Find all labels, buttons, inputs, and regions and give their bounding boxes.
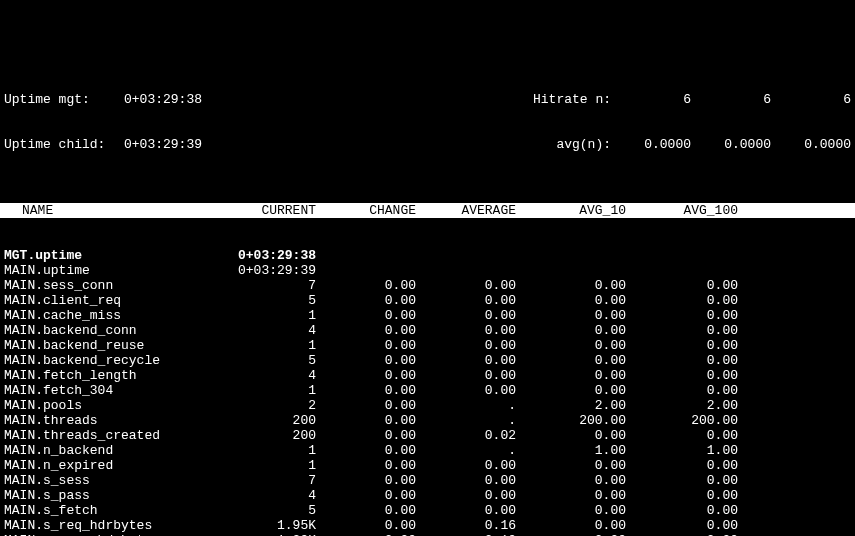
table-row[interactable]: MAIN.threads2000.00.200.00200.00 <box>4 413 851 428</box>
cell-current: 1 <box>234 458 316 473</box>
top-status-bar: Uptime mgt: 0+03:29:38 Hitrate n: 6 6 6 … <box>0 60 855 167</box>
table-row[interactable]: MAIN.sess_conn70.000.000.000.00 <box>4 278 851 293</box>
cell-avg10: 0.00 <box>516 278 626 293</box>
cell-average: 0.00 <box>416 383 516 398</box>
cell-average <box>416 248 516 263</box>
table-row[interactable]: MAIN.s_req_hdrbytes1.95K0.000.160.000.00 <box>4 518 851 533</box>
table-row[interactable]: MAIN.cache_miss10.000.000.000.00 <box>4 308 851 323</box>
cell-avg100 <box>626 263 738 278</box>
cell-avg100: 0.00 <box>626 278 738 293</box>
cell-avg10 <box>516 263 626 278</box>
counter-name: MAIN.backend_conn <box>4 323 234 338</box>
avgn-label: avg(n): <box>511 137 611 152</box>
hitrate-v2: 6 <box>691 92 771 107</box>
cell-avg100 <box>626 248 738 263</box>
cell-average: 0.16 <box>416 518 516 533</box>
counter-name: MAIN.threads <box>4 413 234 428</box>
table-row[interactable]: MAIN.uptime0+03:29:39 <box>4 263 851 278</box>
table-row[interactable]: MAIN.s_sess70.000.000.000.00 <box>4 473 851 488</box>
cell-current: 4 <box>234 368 316 383</box>
counter-name: MAIN.s_req_hdrbytes <box>4 518 234 533</box>
cell-current: 4 <box>234 488 316 503</box>
cell-change: 0.00 <box>316 293 416 308</box>
cell-avg10: 0.00 <box>516 488 626 503</box>
cell-average: 0.00 <box>416 308 516 323</box>
table-row[interactable]: MAIN.n_backend10.00.1.001.00 <box>4 443 851 458</box>
counter-name: MAIN.n_backend <box>4 443 234 458</box>
cell-avg100: 0.00 <box>626 338 738 353</box>
cell-avg100: 200.00 <box>626 413 738 428</box>
uptime-child-label: Uptime child: <box>4 137 124 152</box>
cell-average: 0.00 <box>416 458 516 473</box>
cell-current: 1 <box>234 308 316 323</box>
table-row[interactable]: MGT.uptime0+03:29:38 <box>4 248 851 263</box>
table-row[interactable]: MAIN.backend_recycle50.000.000.000.00 <box>4 353 851 368</box>
table-row[interactable]: MAIN.backend_reuse10.000.000.000.00 <box>4 338 851 353</box>
table-row[interactable]: MAIN.client_req50.000.000.000.00 <box>4 293 851 308</box>
cell-change: 0.00 <box>316 323 416 338</box>
table-row[interactable]: MAIN.s_pass40.000.000.000.00 <box>4 488 851 503</box>
cell-average: 0.00 <box>416 503 516 518</box>
cell-current: 2 <box>234 398 316 413</box>
counter-name: MAIN.s_sess <box>4 473 234 488</box>
counter-name: MAIN.pools <box>4 398 234 413</box>
cell-average: . <box>416 413 516 428</box>
table-row[interactable]: MAIN.backend_conn40.000.000.000.00 <box>4 323 851 338</box>
cell-average: 0.00 <box>416 488 516 503</box>
cell-avg10: 0.00 <box>516 368 626 383</box>
cell-average: 0.00 <box>416 368 516 383</box>
table-row[interactable]: MAIN.n_expired10.000.000.000.00 <box>4 458 851 473</box>
cell-avg100: 0.00 <box>626 473 738 488</box>
cell-avg100: 0.00 <box>626 293 738 308</box>
table-row[interactable]: MAIN.fetch_length40.000.000.000.00 <box>4 368 851 383</box>
cell-avg10: 0.00 <box>516 428 626 443</box>
cell-current: 5 <box>234 503 316 518</box>
cell-avg100: 0.00 <box>626 368 738 383</box>
col-header-name: NAME <box>4 203 234 218</box>
uptime-mgt-label: Uptime mgt: <box>4 92 124 107</box>
counter-name: MAIN.s_pass <box>4 488 234 503</box>
cell-change: 0.00 <box>316 473 416 488</box>
cell-avg10: 0.00 <box>516 383 626 398</box>
cell-change: 0.00 <box>316 413 416 428</box>
counter-name: MAIN.fetch_length <box>4 368 234 383</box>
cell-average: 0.00 <box>416 278 516 293</box>
table-body[interactable]: MGT.uptime0+03:29:38MAIN.uptime0+03:29:3… <box>0 248 855 536</box>
cell-average: 0.00 <box>416 293 516 308</box>
cell-avg100: 0.00 <box>626 518 738 533</box>
hitrate-v3: 6 <box>771 92 851 107</box>
cell-avg100: 2.00 <box>626 398 738 413</box>
counter-name: MAIN.fetch_304 <box>4 383 234 398</box>
counter-name: MAIN.n_expired <box>4 458 234 473</box>
cell-avg100: 1.00 <box>626 443 738 458</box>
cell-change: 0.00 <box>316 368 416 383</box>
cell-avg100: 0.00 <box>626 323 738 338</box>
cell-change: 0.00 <box>316 443 416 458</box>
cell-average: 0.00 <box>416 353 516 368</box>
col-header-avg100: AVG_100 <box>626 203 738 218</box>
cell-current: 1 <box>234 443 316 458</box>
avgn-v3: 0.0000 <box>771 137 851 152</box>
cell-average: 0.00 <box>416 473 516 488</box>
cell-avg10: 0.00 <box>516 473 626 488</box>
cell-avg10: 0.00 <box>516 308 626 323</box>
hitrate-v1: 6 <box>611 92 691 107</box>
cell-change: 0.00 <box>316 308 416 323</box>
cell-avg10: 0.00 <box>516 503 626 518</box>
table-row[interactable]: MAIN.pools20.00.2.002.00 <box>4 398 851 413</box>
counter-name: MAIN.backend_reuse <box>4 338 234 353</box>
table-row[interactable]: MAIN.s_fetch50.000.000.000.00 <box>4 503 851 518</box>
cell-avg10: 0.00 <box>516 338 626 353</box>
table-row[interactable]: MAIN.threads_created2000.000.020.000.00 <box>4 428 851 443</box>
table-row[interactable]: MAIN.fetch_30410.000.000.000.00 <box>4 383 851 398</box>
counter-name: MAIN.uptime <box>4 263 234 278</box>
cell-avg10: 0.00 <box>516 323 626 338</box>
cell-change: 0.00 <box>316 488 416 503</box>
cell-change: 0.00 <box>316 428 416 443</box>
cell-avg10: 0.00 <box>516 353 626 368</box>
counter-name: MAIN.client_req <box>4 293 234 308</box>
uptime-child-value: 0+03:29:39 <box>124 137 244 152</box>
col-header-average: AVERAGE <box>416 203 516 218</box>
cell-change: 0.00 <box>316 503 416 518</box>
cell-avg100: 0.00 <box>626 308 738 323</box>
